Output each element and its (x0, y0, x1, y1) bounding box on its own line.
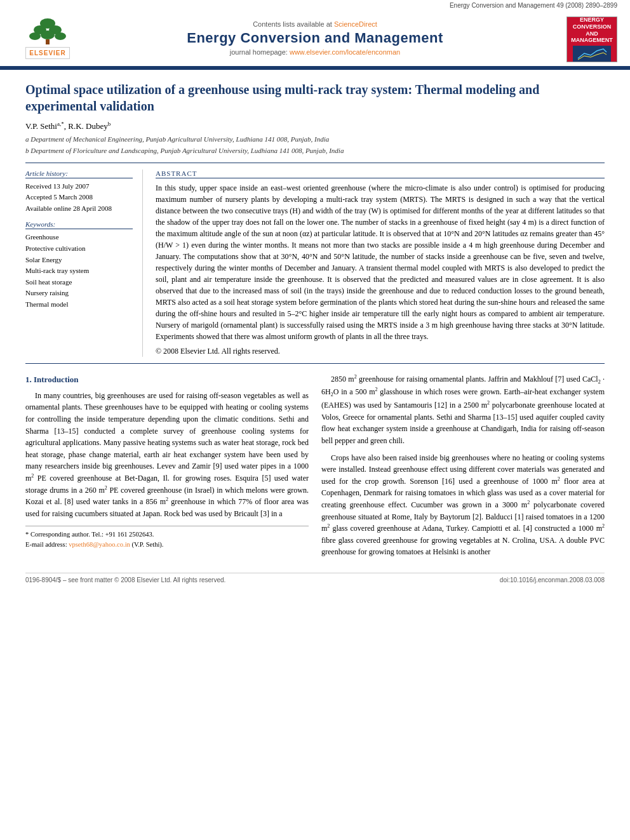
elsevier-tree-icon (29, 17, 67, 46)
history-available: Available online 28 April 2008 (25, 203, 133, 215)
svg-point-3 (29, 32, 41, 40)
homepage-label: journal homepage: (230, 48, 290, 56)
email-label: E-mail address: (25, 541, 69, 548)
article-info-panel: Article history: Received 13 July 2007 A… (25, 170, 143, 357)
main-content: Optimal space utilization of a greenhous… (0, 70, 630, 596)
keyword-5: Soil heat storage (25, 277, 133, 288)
footer-issn: 0196-8904/$ – see front matter © 2008 El… (25, 577, 225, 583)
elsevier-wordmark: ELSEVIER (25, 47, 69, 59)
footnote-area: * Corresponding author. Tel.: +91 161 25… (25, 526, 309, 550)
footer-doi: doi:10.1016/j.enconman.2008.03.008 (500, 577, 605, 583)
journal-cover-area: ENERGYConversionand Management (547, 14, 617, 62)
abstract-section: ABSTRACT In this study, upper space insi… (156, 170, 605, 357)
svg-point-4 (41, 30, 55, 39)
paper-title: Optimal space utilization of a greenhous… (25, 81, 605, 114)
two-column-layout: 1. Introduction In many countries, big g… (25, 373, 605, 563)
authors-line: V.P. Sethia,*, R.K. Dubeyb (25, 121, 605, 131)
author-1: V.P. Sethi (25, 121, 57, 131)
keyword-6: Nursery raising (25, 288, 133, 299)
abstract-text: In this study, upper space inside an eas… (156, 182, 605, 342)
column-left: 1. Introduction In many countries, big g… (25, 373, 309, 563)
cover-title: ENERGYConversionand Management (569, 17, 615, 44)
footnote-corresponding: * Corresponding author. Tel.: +91 161 25… (25, 530, 309, 540)
journal-header: ELSEVIER Contents lists available at Sci… (0, 9, 630, 67)
sciencedirect-label: Contents lists available at (253, 20, 334, 28)
right-para-1: 2850 m2 greenhouse for raising ornamenta… (321, 373, 605, 447)
intro-heading: 1. Introduction (25, 373, 309, 386)
keywords-section: Keywords: Greenhouse Protective cultivat… (25, 220, 133, 310)
copyright-text: © 2008 Elsevier Ltd. All rights reserved… (156, 345, 605, 357)
author-2-sup: b (108, 121, 111, 127)
citation-line: Energy Conversion and Management 49 (200… (0, 0, 630, 9)
svg-rect-6 (46, 39, 50, 44)
keyword-7: Thermal model (25, 299, 133, 310)
abstract-heading: ABSTRACT (156, 170, 605, 178)
keywords-heading: Keywords: (25, 220, 133, 229)
history-received: Received 13 July 2007 (25, 181, 133, 192)
elsevier-logo-area: ELSEVIER (13, 17, 83, 59)
affiliation-a: a Department of Mechanical Engineering, … (25, 135, 605, 144)
article-history-section: Article history: Received 13 July 2007 A… (25, 170, 133, 215)
email-suffix: (V.P. Sethi). (130, 541, 164, 548)
affiliation-b: b Department of Floriculture and Landsca… (25, 146, 605, 156)
sciencedirect-link[interactable]: ScienceDirect (334, 20, 377, 28)
citation-text: Energy Conversion and Management 49 (200… (450, 2, 617, 9)
right-para-2: Crops have also been raised inside big g… (321, 452, 605, 558)
keyword-2: Protective cultivation (25, 243, 133, 255)
body-text: 1. Introduction In many countries, big g… (25, 373, 605, 563)
keywords-list: Greenhouse Protective cultivation Solar … (25, 232, 133, 310)
keyword-1: Greenhouse (25, 232, 133, 243)
journal-footer: 0196-8904/$ – see front matter © 2008 El… (25, 573, 605, 583)
author-2: , R.K. Dubey (64, 121, 108, 131)
journal-title: Energy Conversion and Management (83, 30, 547, 46)
section-divider-2 (25, 363, 605, 364)
email-address[interactable]: vpseth68@yahoo.co.in (69, 541, 130, 548)
keyword-3: Solar Energy (25, 255, 133, 266)
column-right: 2850 m2 greenhouse for raising ornamenta… (321, 373, 605, 563)
intro-para-1: In many countries, big greenhouses are u… (25, 390, 309, 520)
journal-title-center: Contents lists available at ScienceDirec… (83, 20, 547, 56)
author-1-sup: a,* (57, 121, 64, 127)
svg-point-5 (55, 32, 66, 40)
keyword-4: Multi-rack tray system (25, 265, 133, 277)
cover-chart-icon (575, 46, 610, 62)
history-heading: Article history: (25, 170, 133, 178)
footnote-email: E-mail address: vpseth68@yahoo.co.in (V.… (25, 540, 309, 550)
section-divider-1 (25, 163, 605, 163)
homepage-url[interactable]: www.elsevier.com/locate/enconman (290, 48, 400, 56)
history-accepted: Accepted 5 March 2008 (25, 192, 133, 203)
article-body: Article history: Received 13 July 2007 A… (25, 170, 605, 357)
